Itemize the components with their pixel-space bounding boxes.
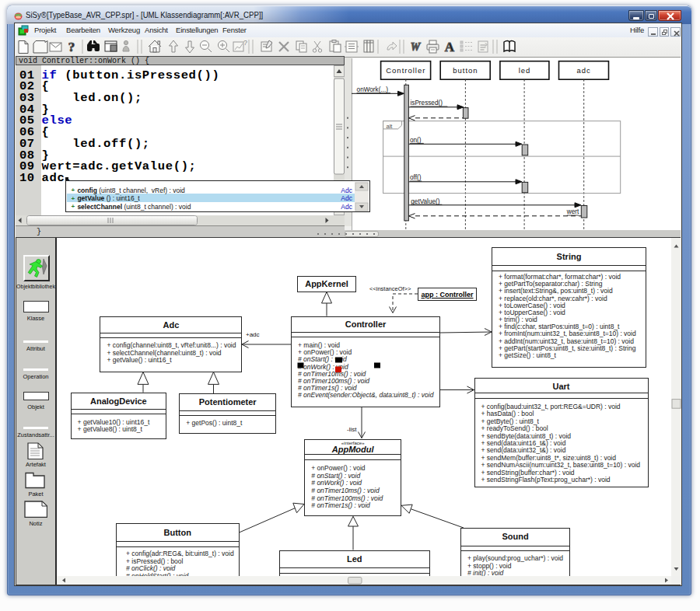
- svg-text:-list: -list: [347, 426, 357, 433]
- svg-text:wert: wert: [566, 208, 579, 215]
- svg-text:alt: alt: [387, 123, 394, 130]
- svg-text:isPressed(): isPressed(): [411, 100, 443, 106]
- svg-text:onWork(...): onWork(...): [357, 86, 389, 93]
- svg-text:+adc: +adc: [246, 331, 260, 338]
- svg-text:?: ?: [68, 40, 75, 54]
- svg-text:adc: adc: [577, 66, 591, 75]
- svg-text:led: led: [519, 66, 531, 75]
- svg-text:on(): on(): [410, 137, 422, 144]
- svg-text:W: W: [411, 41, 422, 53]
- svg-text:<<instanceOf>>: <<instanceOf>>: [369, 285, 411, 292]
- svg-text:Controller: Controller: [386, 66, 425, 75]
- svg-text:getValue(): getValue(): [411, 198, 439, 205]
- svg-text:off(): off(): [410, 174, 422, 181]
- svg-text:?: ?: [243, 39, 247, 47]
- svg-text:button: button: [453, 66, 478, 75]
- svg-text:A: A: [445, 40, 455, 54]
